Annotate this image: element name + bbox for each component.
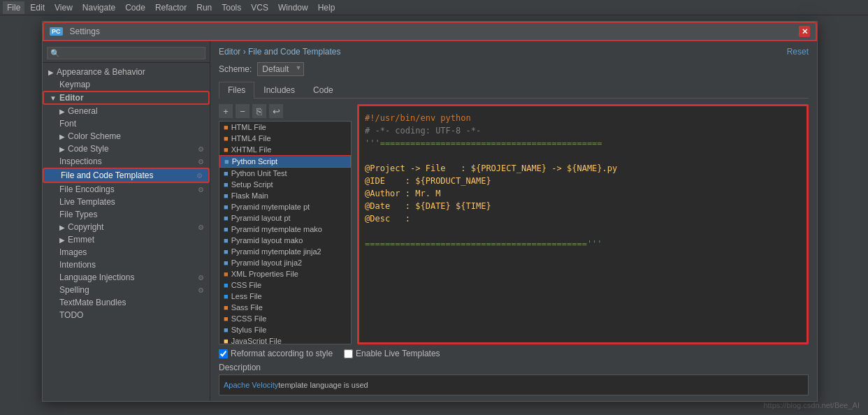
menu-code[interactable]: Code: [121, 1, 150, 14]
menu-navigate[interactable]: Navigate: [78, 1, 120, 14]
menu-view[interactable]: View: [50, 1, 77, 14]
menu-refactor[interactable]: Refactor: [151, 1, 191, 14]
menu-vcs[interactable]: VCS: [247, 1, 273, 14]
menu-edit[interactable]: Edit: [26, 1, 49, 14]
menu-bar: File Edit View Navigate Code Refactor Ru…: [0, 0, 868, 15]
menu-help[interactable]: Help: [314, 1, 340, 14]
menu-tools[interactable]: Tools: [217, 1, 245, 14]
menu-run[interactable]: Run: [192, 1, 216, 14]
menu-file[interactable]: File: [3, 1, 24, 14]
menu-window[interactable]: Window: [274, 1, 312, 14]
